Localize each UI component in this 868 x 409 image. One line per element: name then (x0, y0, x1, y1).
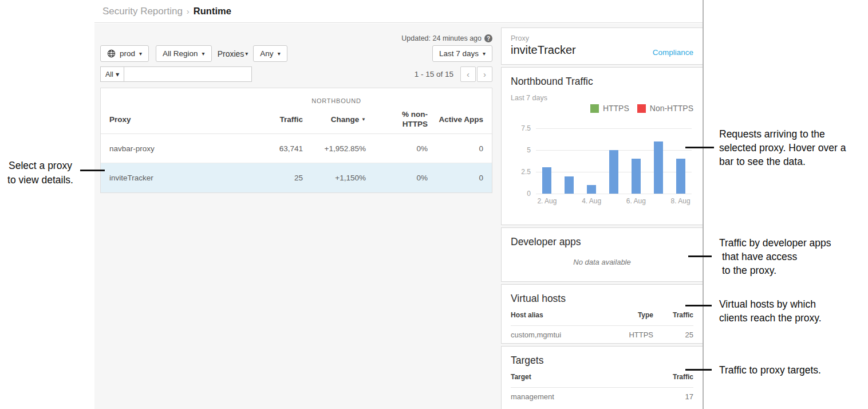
chart-bar[interactable] (676, 159, 685, 194)
cell-type: HTTPS (610, 331, 653, 339)
x-tick: 4. Aug (574, 197, 609, 205)
x-tick: 6. Aug (619, 197, 653, 205)
date-range-dropdown[interactable]: Last 7 days ▾ (432, 45, 492, 62)
col-change-label: Change (331, 115, 360, 124)
x-tick: 2. Aug (530, 197, 564, 205)
date-range-label: Last 7 days (439, 49, 479, 58)
legend-non-https-label: Non-HTTPS (650, 104, 693, 113)
proxy-label: Proxy (511, 34, 693, 42)
chart-bar[interactable] (587, 185, 596, 194)
compliance-link[interactable]: Compliance (653, 48, 693, 57)
callout-chart: Requests arriving to the selected proxy.… (719, 127, 846, 168)
chart-subtitle: Last 7 days (511, 94, 693, 102)
col-change[interactable]: Change ▼ (304, 115, 367, 124)
virtual-hosts-card: Virtual hosts Host alias Type Traffic cu… (501, 284, 703, 344)
cell-non-https: 0% (367, 174, 429, 182)
chart-bar[interactable] (565, 176, 574, 194)
targets-title: Targets (511, 355, 693, 367)
callout-developer-apps: Traffic by developer apps that have acce… (719, 236, 831, 277)
col-non-https[interactable]: % non-HTTPS (367, 109, 429, 129)
proxies-dropdown[interactable]: Proxies ▾ (218, 49, 248, 58)
cell-vh-traffic: 25 (653, 331, 693, 339)
callout-line (685, 369, 712, 371)
table-header-row: Proxy Traffic Change ▼ % non-HTTPS Activ… (101, 105, 492, 134)
environment-dropdown[interactable]: prod ▾ (100, 45, 149, 62)
page-title: Runtime (194, 6, 231, 17)
legend-item-non-https: Non-HTTPS (637, 104, 693, 113)
sort-desc-icon: ▼ (361, 117, 366, 122)
chart-legend: HTTPS Non-HTTPS (590, 104, 693, 113)
col-active-apps[interactable]: Active Apps (429, 115, 492, 124)
col-proxy[interactable]: Proxy (101, 115, 244, 124)
breadcrumb-parent[interactable]: Security Reporting (102, 6, 183, 17)
callout-select-proxy: Select a proxy to view details. (0, 159, 81, 187)
any-label: Any (260, 49, 273, 58)
target-row[interactable]: management 17 (511, 388, 693, 405)
breadcrumb-separator-icon: › (187, 6, 190, 16)
developer-apps-title: Developer apps (511, 236, 693, 248)
updated-row: Updated: 24 minutes ago ? (100, 34, 492, 42)
virtual-hosts-header-row: Host alias Type Traffic (511, 305, 693, 326)
caret-down-icon: ▾ (245, 50, 248, 57)
callout-line (688, 255, 712, 257)
chart-bar[interactable] (632, 159, 641, 194)
search-input[interactable] (124, 66, 252, 82)
legend-https-label: HTTPS (603, 104, 629, 113)
chart-bar[interactable] (654, 141, 663, 194)
environment-label: prod (120, 49, 135, 58)
header-band: Security Reporting › Runtime (94, 0, 703, 23)
y-tick: 0 (514, 190, 531, 198)
caret-down-icon: ▾ (139, 50, 142, 57)
cell-active-apps: 0 (429, 174, 492, 182)
callout-virtual-hosts: Virtual hosts by which clients reach the… (719, 297, 822, 325)
col-vh-traffic: Traffic (653, 311, 693, 319)
cell-host-alias: custom,mgmtui (511, 331, 610, 339)
y-tick: 7.5 (514, 124, 531, 132)
legend-item-https: HTTPS (590, 104, 629, 113)
cell-non-https: 0% (367, 144, 429, 153)
cell-proxy: inviteTracker (101, 174, 244, 182)
y-tick: 2.5 (514, 168, 531, 176)
col-traffic[interactable]: Traffic (244, 115, 304, 124)
region-dropdown[interactable]: All Region ▾ (156, 45, 212, 62)
table-row[interactable]: inviteTracker 25 +1,150% 0% 0 (101, 163, 492, 192)
https-legend-swatch-icon (590, 104, 599, 113)
search-scope-dropdown[interactable]: All ▾ (100, 66, 124, 82)
table-row[interactable]: navbar-proxy 63,741 +1,952.85% 0% 0 (101, 134, 492, 163)
non-https-legend-swatch-icon (637, 104, 646, 113)
cell-traffic: 63,741 (244, 144, 304, 153)
callout-line (685, 305, 712, 306)
pagination-info: 1 - 15 of 15 (415, 70, 453, 78)
targets-card: Targets Target Traffic management 17 (501, 346, 703, 409)
developer-apps-card: Developer apps No data available (501, 227, 703, 282)
chart-bar[interactable] (542, 167, 551, 194)
callout-line (80, 170, 105, 171)
chevron-left-icon[interactable]: ‹ (460, 66, 476, 82)
cell-change: +1,952.85% (304, 144, 367, 153)
callout-line (685, 147, 714, 148)
cell-traffic: 25 (244, 174, 304, 182)
no-data-message: No data available (511, 258, 693, 266)
northbound-traffic-card: Northbound Traffic Last 7 days HTTPS Non… (501, 67, 703, 225)
search-toolbar: All ▾ 1 - 15 of 15 ‹ › (100, 66, 492, 82)
col-host-alias: Host alias (511, 311, 610, 319)
cell-target: management (511, 392, 653, 401)
cell-change: +1,150% (304, 174, 367, 182)
virtual-host-row[interactable]: custom,mgmtui HTTPS 25 (511, 326, 693, 343)
globe-icon (107, 49, 116, 58)
chart-bar[interactable] (609, 150, 618, 194)
col-target: Target (511, 373, 653, 381)
targets-header-row: Target Traffic (511, 367, 693, 388)
any-dropdown[interactable]: Any ▾ (253, 45, 287, 62)
region-label: All Region (163, 49, 198, 58)
caret-down-icon: ▾ (483, 50, 486, 57)
chevron-right-icon[interactable]: › (477, 66, 492, 82)
callout-targets: Traffic to proxy targets. (719, 363, 821, 377)
caret-down-icon: ▾ (278, 50, 281, 57)
proxy-list-column: Updated: 24 minutes ago ? prod ▾ All Reg… (100, 23, 492, 193)
x-tick: 8. Aug (664, 197, 698, 205)
help-icon[interactable]: ? (484, 34, 492, 42)
y-tick: 5 (514, 146, 531, 154)
caret-down-icon: ▾ (116, 70, 119, 78)
screenshot-edge-divider (703, 0, 704, 409)
